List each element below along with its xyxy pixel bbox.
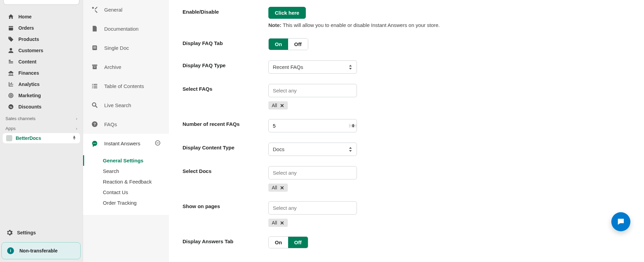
toggle-on[interactable]: On bbox=[269, 237, 288, 248]
pin-icon[interactable] bbox=[72, 135, 77, 141]
answers-tab-toggle[interactable]: On Off bbox=[268, 236, 308, 248]
svg-rect-8 bbox=[92, 64, 97, 66]
appnav-toc[interactable]: Table of Contents bbox=[83, 76, 169, 96]
chip-remove-icon[interactable]: ✕ bbox=[280, 185, 284, 190]
caret-icon bbox=[349, 65, 352, 70]
nav-label: Home bbox=[18, 14, 32, 19]
chat-bubble-icon bbox=[616, 217, 625, 226]
svg-point-17 bbox=[92, 103, 96, 106]
toggle-on[interactable]: On bbox=[269, 39, 288, 50]
nav-products[interactable]: Products bbox=[3, 34, 80, 45]
nav-label: Content bbox=[18, 59, 36, 64]
nav-settings[interactable]: Settings bbox=[0, 226, 83, 239]
archive-icon bbox=[91, 63, 98, 70]
chip-remove-icon[interactable]: ✕ bbox=[280, 220, 284, 225]
appnav-documentation[interactable]: Documentation bbox=[83, 19, 169, 38]
nav-analytics[interactable]: Analytics bbox=[3, 79, 80, 90]
instant-answers-submenu: General Settings Search Reaction & Feedb… bbox=[83, 153, 169, 215]
svg-line-18 bbox=[96, 106, 97, 108]
nav-home[interactable]: Home bbox=[3, 11, 80, 22]
placeholder: Select any bbox=[273, 170, 297, 176]
info-icon: i bbox=[7, 247, 14, 254]
sales-channels-header[interactable]: Sales channels › bbox=[0, 113, 83, 122]
sales-channels-label: Sales channels bbox=[5, 116, 35, 121]
collapse-icon[interactable] bbox=[155, 140, 161, 147]
select-docs-input[interactable]: Select any bbox=[268, 166, 357, 179]
note-prefix: Note: bbox=[268, 22, 281, 28]
svg-text:%: % bbox=[10, 105, 12, 109]
svg-rect-14 bbox=[94, 86, 97, 87]
subnav-general-settings[interactable]: General Settings bbox=[103, 155, 169, 166]
appnav-label: Archive bbox=[104, 64, 121, 70]
target-icon bbox=[7, 92, 14, 99]
svg-rect-9 bbox=[93, 66, 97, 69]
content-type-select[interactable]: Docs bbox=[268, 143, 357, 156]
app-sidebar: General Documentation Single Doc Archive… bbox=[83, 0, 169, 262]
spin-down[interactable] bbox=[349, 126, 357, 128]
svg-rect-6 bbox=[93, 47, 96, 47]
chip-label: All bbox=[272, 103, 277, 108]
single-doc-icon bbox=[91, 44, 98, 51]
subnav-reaction-feedback[interactable]: Reaction & Feedback bbox=[103, 176, 169, 187]
nav-customers[interactable]: Customers bbox=[3, 45, 80, 56]
help-icon: ? bbox=[91, 121, 98, 128]
app-betterdocs[interactable]: BetterDocs bbox=[3, 133, 80, 143]
subnav-contact-us[interactable]: Contact Us bbox=[103, 187, 169, 198]
faq-type-select[interactable]: Recent FAQs bbox=[268, 60, 357, 74]
faq-tab-label: Display FAQ Tab bbox=[183, 38, 268, 46]
select-value: Recent FAQs bbox=[273, 64, 303, 70]
content-type-label: Display Content Type bbox=[183, 143, 268, 150]
subnav-order-tracking[interactable]: Order Tracking bbox=[103, 198, 169, 208]
pages-chip-all: All ✕ bbox=[268, 219, 288, 227]
chip-label: All bbox=[272, 220, 277, 225]
nav-orders[interactable]: Orders bbox=[3, 23, 80, 33]
orders-icon bbox=[7, 25, 14, 31]
appnav-label: Live Search bbox=[104, 102, 131, 108]
svg-rect-10 bbox=[94, 67, 96, 68]
nav-label: Analytics bbox=[18, 82, 40, 87]
nav-finances[interactable]: Finances bbox=[3, 68, 80, 78]
appnav-live-search[interactable]: Live Search bbox=[83, 96, 169, 115]
chat-fab[interactable] bbox=[611, 212, 630, 231]
appnav-label: General bbox=[104, 7, 122, 13]
search-bar-stub[interactable] bbox=[3, 0, 79, 5]
show-pages-input[interactable]: Select any bbox=[268, 201, 357, 215]
nav-content[interactable]: Content bbox=[3, 56, 80, 67]
list-icon bbox=[91, 83, 98, 89]
faq-type-label: Display FAQ Type bbox=[183, 60, 268, 68]
svg-rect-13 bbox=[92, 86, 93, 87]
toggle-off[interactable]: Off bbox=[288, 237, 308, 248]
toggle-off[interactable]: Off bbox=[288, 39, 308, 50]
nav-label: Finances bbox=[18, 70, 39, 76]
appnav-faqs[interactable]: ? FAQs bbox=[83, 115, 169, 134]
chip-remove-icon[interactable]: ✕ bbox=[280, 103, 284, 108]
docs-chip-all: All ✕ bbox=[268, 184, 288, 192]
svg-rect-15 bbox=[92, 87, 93, 88]
svg-rect-11 bbox=[92, 84, 93, 85]
svg-point-0 bbox=[10, 48, 12, 50]
select-faqs-input[interactable]: Select any bbox=[268, 84, 357, 97]
discount-icon: % bbox=[7, 103, 14, 110]
nav-label: Orders bbox=[18, 25, 34, 31]
content-icon bbox=[7, 58, 14, 65]
bank-icon bbox=[7, 70, 14, 76]
appnav-label: FAQs bbox=[104, 121, 117, 127]
nav-label: Products bbox=[18, 37, 39, 42]
apps-label: Apps bbox=[5, 126, 16, 131]
chevron-right-icon: › bbox=[76, 116, 77, 121]
apps-header[interactable]: Apps › bbox=[0, 122, 83, 132]
appnav-single-doc[interactable]: Single Doc bbox=[83, 38, 169, 57]
appnav-general[interactable]: General bbox=[83, 0, 169, 19]
enable-disable-button[interactable]: Click here bbox=[268, 7, 306, 19]
nav-discounts[interactable]: % Discounts bbox=[3, 101, 80, 112]
nav-label: Customers bbox=[18, 48, 43, 53]
appnav-archive[interactable]: Archive bbox=[83, 57, 169, 76]
appnav-instant-answers[interactable]: Instant Answers bbox=[83, 134, 169, 153]
svg-point-23 bbox=[94, 143, 95, 144]
placeholder: Select any bbox=[273, 205, 297, 211]
faq-tab-toggle[interactable]: On Off bbox=[268, 38, 308, 50]
num-faqs-field[interactable] bbox=[269, 119, 349, 132]
num-faqs-input[interactable] bbox=[268, 119, 357, 132]
subnav-search[interactable]: Search bbox=[103, 166, 169, 176]
nav-marketing[interactable]: Marketing bbox=[3, 90, 80, 101]
